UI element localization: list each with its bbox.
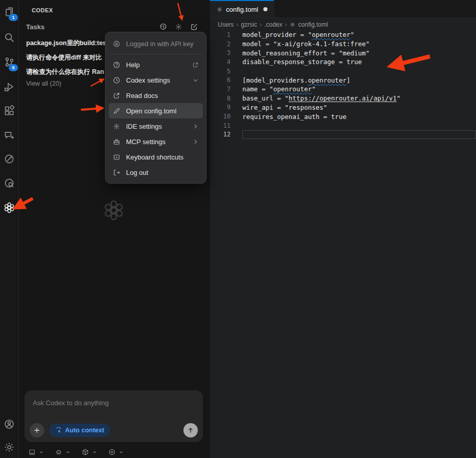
menu-item-ide-settings[interactable]: IDE settings [109,118,203,134]
record-keys-icon [113,153,121,161]
laptop-icon [28,448,36,456]
code-line[interactable]: 8base_url = "https://openrouter.ai/api/v… [210,94,476,103]
menu-item-label: IDE settings [126,123,162,130]
code-line[interactable]: 10requires_openai_auth = true [210,112,476,121]
cube-icon [81,448,89,456]
menu-item-label: Read docs [126,92,158,99]
breadcrumb-item[interactable]: .codex [264,21,282,28]
activity-bar: 1 5 [0,0,19,458]
menu-item-label: MCP settings [126,138,165,146]
menu-item-codex-settings[interactable]: Codex settings [109,72,203,88]
chevron-down-icon [92,450,97,454]
openai-watermark-icon [102,198,126,222]
auto-context-label: Auto context [65,427,104,434]
code-line[interactable]: 4disable_response_storage = true [210,57,476,67]
breadcrumb: Users› gzrsic› .codex› config.toml [210,18,476,31]
breadcrumb-item[interactable]: Users [218,21,234,28]
activity-item-extension-b[interactable] [0,173,18,193]
menu-item-log-out[interactable]: Log out [109,165,203,180]
tasks-heading: Tasks [26,23,159,31]
activity-item-accounts[interactable] [0,414,18,434]
add-attachment-button[interactable] [30,423,44,437]
menu-item-label: Help [126,61,140,69]
settings-gear-icon[interactable] [175,23,182,31]
activity-item-extensions[interactable] [0,101,18,121]
chevron-right-icon [192,123,199,130]
activity-item-codex[interactable] [0,198,18,217]
chevron-down-icon [192,77,199,84]
menu-item-label: Open config.toml [126,107,176,115]
gear-icon [113,123,121,130]
dial-icon [108,448,116,456]
history-icon[interactable] [159,23,167,31]
code-line[interactable]: 9wire_api = "responses" [210,103,476,112]
code-line[interactable]: 12 [210,130,476,140]
composer-selectors [28,448,123,456]
explorer-badge: 1 [9,14,18,21]
openai-logo-icon [3,202,15,214]
breadcrumb-item[interactable]: gzrsic [241,21,257,28]
editor-group: config.toml Users› gzrsic› .codex› confi… [210,0,476,458]
auto-context-icon [55,427,62,434]
composer-controls: Auto context [30,423,198,437]
vscode-window: 1 5 C [0,0,476,458]
pencil-icon [113,107,121,115]
menu-item-logged-in: Logged in with API key [109,35,203,52]
code-line[interactable]: 11 [210,121,476,130]
code-line[interactable]: 1model_provider = "openrouter" [210,30,476,39]
search-icon [4,32,15,43]
extension-a-icon [4,153,15,165]
send-button[interactable] [183,423,198,437]
activity-item-run-debug[interactable] [0,77,18,96]
code-line[interactable]: 5 [210,67,476,76]
help-icon [113,61,121,69]
activity-item-chat[interactable] [0,125,18,145]
source-control-badge: 5 [9,64,18,71]
code-line[interactable]: 7name = "openrouter" [210,85,476,94]
robot-icon [55,448,63,456]
reasoning-select[interactable] [108,448,123,456]
activity-item-search[interactable] [0,28,18,47]
run-debug-icon [4,81,15,92]
menu-item-label: Log out [126,169,148,176]
panel-title: CODEX [19,0,210,13]
tab-label: config.toml [226,6,258,13]
settings-dropdown-menu: Logged in with API key Help Codex settin… [105,32,206,184]
tab-bar: config.toml [210,0,476,18]
modified-dot-icon[interactable] [263,7,267,11]
agent-select[interactable] [55,448,70,456]
code-line[interactable]: 3model_reasoning_effort = "medium" [210,48,476,57]
menu-item-open-config-toml[interactable]: Open config.toml [109,103,203,118]
account-icon [4,419,15,430]
menu-item-keyboard-shortcuts[interactable]: Keyboard shortcuts [109,149,203,165]
composer[interactable]: Ask Codex to do anything Auto context [25,390,203,442]
chat-sparkle-icon [4,129,15,141]
composer-placeholder[interactable]: Ask Codex to do anything [25,390,203,407]
code-line[interactable]: 2model = "x-ai/grok-4.1-fast:free" [210,39,476,49]
activity-item-extension-a[interactable] [0,149,18,169]
activity-item-source-control[interactable]: 5 [0,52,18,72]
auto-context-button[interactable]: Auto context [49,424,110,437]
new-task-icon[interactable] [190,23,198,31]
chevron-down-icon [66,450,70,454]
chevron-down-icon [119,450,123,454]
environment-select[interactable] [28,448,44,456]
menu-item-help[interactable]: Help [109,57,203,72]
person-circle-icon [113,40,121,48]
logout-icon [113,169,121,176]
breadcrumb-item[interactable]: config.toml [298,21,328,28]
menu-item-read-docs[interactable]: Read docs [109,88,203,103]
toolbox-icon [113,138,121,146]
menu-item-mcp-settings[interactable]: MCP settings [109,134,203,149]
codex-settings-icon [113,76,121,84]
menu-item-label: Logged in with API key [126,40,194,48]
activity-item-settings[interactable] [0,437,18,457]
activity-item-explorer[interactable]: 1 [0,2,18,22]
external-link-icon [192,62,199,68]
gear-icon [4,442,15,453]
tab-config-toml[interactable]: config.toml [210,0,274,17]
code-line[interactable]: 6[model_providers.openrouter] [210,75,476,85]
code-lines[interactable]: 1model_provider = "openrouter"2model = "… [210,30,476,139]
toml-file-icon [216,6,223,13]
model-select[interactable] [81,448,97,456]
